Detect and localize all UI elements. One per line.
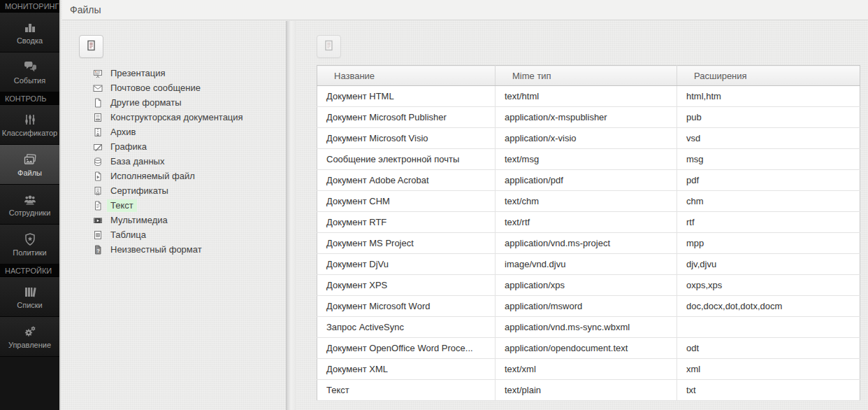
tree-item-executable[interactable]: Исполняемый файл xyxy=(93,169,286,183)
table-row[interactable]: Документ CHMtext/chmchm xyxy=(317,191,860,212)
cell-mime: application/x-mspublisher xyxy=(496,107,677,128)
tree-item-archive[interactable]: Архив xyxy=(93,125,286,139)
sidebar-section-control: КОНТРОЛЬ xyxy=(0,92,59,105)
report-document-icon xyxy=(324,40,334,54)
cell-mime: application/vnd.ms-sync.wbxml xyxy=(496,317,677,338)
cell-name: Документ Microsoft Visio xyxy=(317,128,496,149)
table-row[interactable]: Документ RTFtext/rtfrtf xyxy=(317,212,860,233)
sidebar-item-employees[interactable]: Сотрудники xyxy=(0,185,59,225)
gears-icon xyxy=(23,325,37,339)
cell-name: Текст xyxy=(317,380,496,401)
panel-splitter[interactable] xyxy=(286,21,296,410)
shield-star-icon xyxy=(23,232,37,246)
table-row[interactable]: Документ HTMLtext/htmlhtml,htm xyxy=(317,86,860,107)
sidebar-item-label: Политики xyxy=(13,248,47,257)
tree-item-text[interactable]: Текст xyxy=(93,198,286,213)
tree-item-label: Исполняемый файл xyxy=(107,170,198,183)
cell-name: Документ Microsoft Publisher xyxy=(317,107,496,128)
tree-item-mail-message[interactable]: Почтовое сообщение xyxy=(93,80,286,95)
cell-name: Документ OpenOffice Word Proce... xyxy=(317,338,496,359)
cell-mime: text/xml xyxy=(496,359,677,380)
cell-ext xyxy=(677,317,860,338)
mime-types-table: Название Mime тип Расширения Документ HT… xyxy=(317,65,860,401)
cell-name: Документ HTML xyxy=(317,86,496,107)
column-header-mime[interactable]: Mime тип xyxy=(496,66,677,86)
cell-mime: text/rtf xyxy=(496,212,677,233)
sliders-icon xyxy=(23,113,37,127)
archive-icon xyxy=(93,127,103,137)
certificate-icon xyxy=(93,186,103,196)
cell-ext: pdf xyxy=(677,170,860,191)
table-row[interactable]: Сообщение электронной почтыtext/msgmsg xyxy=(317,149,860,170)
cell-ext: rtf xyxy=(677,212,860,233)
tree-item-graphics[interactable]: Графика xyxy=(93,139,286,154)
sidebar-item-events[interactable]: События xyxy=(0,52,59,92)
sidebar-item-policies[interactable]: Политики xyxy=(0,225,59,264)
tree-item-unknown-format[interactable]: ? Неизвестный формат xyxy=(93,242,286,257)
table-row[interactable]: Документ MS Projectapplication/vnd.ms-pr… xyxy=(317,233,860,254)
sidebar-item-label: Файлы xyxy=(17,169,42,177)
graphics-icon xyxy=(93,142,103,152)
cell-mime: text/msg xyxy=(496,149,677,170)
sidebar-item-label: Сводка xyxy=(17,36,43,45)
sidebar-item-files[interactable]: Файлы xyxy=(0,145,59,185)
main-panel: Название Mime тип Расширения Документ HT… xyxy=(296,21,868,410)
column-header-extensions[interactable]: Расширения xyxy=(677,66,860,86)
tree-report-button[interactable] xyxy=(79,35,103,58)
cell-ext: mpp xyxy=(677,233,860,254)
table-row[interactable]: Документ Microsoft Publisherapplication/… xyxy=(317,107,860,128)
table-row[interactable]: Документ DjVuimage/vnd.djvudjv,djvu xyxy=(317,254,860,275)
sidebar-item-lists[interactable]: Списки xyxy=(0,277,59,317)
tree-item-label: Презентация xyxy=(107,67,169,80)
table-row[interactable]: Документ Microsoft Visioapplication/x-vi… xyxy=(317,128,860,149)
table-row[interactable]: Документ Adobe Acrobatapplication/pdfpdf xyxy=(317,170,860,191)
sidebar-item-summary[interactable]: Сводка xyxy=(0,13,59,52)
cell-name: Документ XML xyxy=(317,359,496,380)
tree-item-multimedia[interactable]: Мультимедиа xyxy=(93,213,286,227)
tree-item-label: Конструкторская документация xyxy=(107,111,247,124)
tree-item-label: Таблица xyxy=(107,229,150,241)
table-row[interactable]: Документ XPSapplication/xpsoxps,xps xyxy=(317,275,860,296)
tree-item-presentation[interactable]: Презентация xyxy=(93,66,286,80)
sidebar-item-classifier[interactable]: Классификатор xyxy=(0,105,59,145)
cell-name: Документ MS Project xyxy=(317,233,496,254)
file-category-tree: Презентация Почтовое сообщение Другие фо… xyxy=(93,66,286,257)
unknown-document-icon: ? xyxy=(93,245,103,255)
sidebar-item-label: Сотрудники xyxy=(9,208,51,217)
tree-item-label: Почтовое сообщение xyxy=(107,82,204,94)
column-header-name[interactable]: Название xyxy=(317,66,496,86)
table-row[interactable]: Текстtext/plaintxt xyxy=(317,380,860,401)
table-row[interactable]: Документ XMLtext/xmlxml xyxy=(317,359,860,380)
table-row[interactable]: Документ Microsoft Wordapplication/mswor… xyxy=(317,296,860,317)
page-title: Файлы xyxy=(62,0,868,20)
cell-mime: text/chm xyxy=(496,191,677,212)
cell-mime: text/html xyxy=(496,86,677,107)
cell-ext: doc,docx,dot,dotx,docm xyxy=(677,296,860,317)
table-row[interactable]: Документ OpenOffice Word Proce...applica… xyxy=(317,338,860,359)
tree-item-database[interactable]: База данных xyxy=(93,154,286,169)
tree-item-label: Сертификаты xyxy=(107,185,172,197)
tree-item-certificates[interactable]: Сертификаты xyxy=(93,183,286,198)
tree-item-label: Мультимедиа xyxy=(107,214,171,227)
tree-item-label: Текст xyxy=(107,199,137,212)
tree-item-other-formats[interactable]: Другие форматы xyxy=(93,95,286,110)
text-document-icon xyxy=(93,201,103,211)
table-report-button-disabled[interactable] xyxy=(317,35,341,58)
cell-mime: application/xps xyxy=(496,275,677,296)
cell-ext: vsd xyxy=(677,128,860,149)
sidebar-section-monitoring: МОНИТОРИНГ xyxy=(0,0,59,13)
cell-mime: application/x-visio xyxy=(496,128,677,149)
chat-bubbles-icon xyxy=(23,60,37,74)
tree-item-table[interactable]: Таблица xyxy=(93,227,286,242)
cell-ext: oxps,xps xyxy=(677,275,860,296)
cell-mime: text/plain xyxy=(496,380,677,401)
tree-item-label: Неизвестный формат xyxy=(107,243,205,256)
database-icon xyxy=(93,157,103,167)
sidebar-item-management[interactable]: Управление xyxy=(0,317,59,357)
table-header-row: Название Mime тип Расширения xyxy=(317,66,860,86)
tree-item-design-docs[interactable]: Конструкторская документация xyxy=(93,110,286,125)
cell-ext: html,htm xyxy=(677,86,860,107)
table-row[interactable]: Запрос ActiveSyncapplication/vnd.ms-sync… xyxy=(317,317,860,338)
cell-ext: pub xyxy=(677,107,860,128)
content-area: Презентация Почтовое сообщение Другие фо… xyxy=(62,21,868,410)
